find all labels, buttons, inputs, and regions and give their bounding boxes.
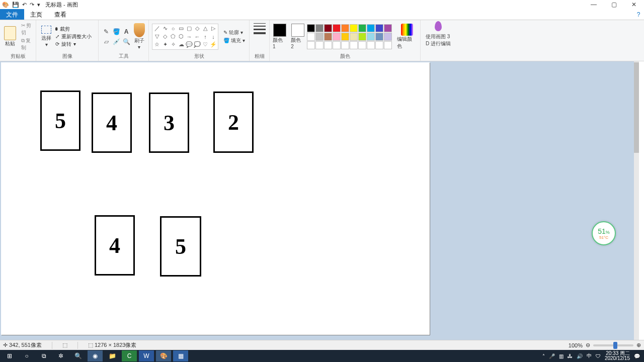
system-monitor-widget[interactable]: 51% 51°C — [592, 221, 616, 245]
maximize-button[interactable]: ▢ — [604, 0, 624, 9]
color-swatch[interactable] — [324, 33, 332, 41]
tab-view[interactable]: 查看 — [48, 9, 72, 20]
paint3d-icon — [435, 21, 442, 31]
color-swatch[interactable] — [333, 24, 341, 32]
color-swatch[interactable] — [307, 33, 315, 41]
color-swatch[interactable] — [384, 33, 392, 41]
shapes-gallery[interactable]: ／∿○▭▢◇△▷ ▽◇⬠⬡→←↑↓ ☆✦✧☁💬💭♡⚡ — [152, 24, 218, 50]
color-swatch[interactable] — [375, 33, 383, 41]
color-swatch[interactable] — [358, 24, 366, 32]
tray-chevron-icon[interactable]: ˄ — [542, 353, 545, 359]
start-button[interactable]: ⊞ — [2, 350, 17, 361]
app-pinwheel[interactable]: ✲ — [53, 350, 68, 361]
network-icon[interactable]: 🖧 — [568, 353, 573, 359]
zoom-in-button[interactable]: ⊕ — [636, 342, 641, 348]
help-button[interactable]: ? — [633, 9, 644, 20]
color-swatch[interactable] — [307, 24, 315, 32]
cortana-button[interactable]: ○ — [19, 350, 34, 361]
color-swatch[interactable] — [315, 33, 324, 41]
color2-button[interactable]: 颜色 2 — [291, 24, 305, 49]
app-chrome[interactable]: ◉ — [88, 350, 103, 361]
group-size: 粗细 — [250, 20, 270, 61]
volume-icon[interactable]: 🔊 — [577, 353, 583, 359]
color-swatch[interactable] — [367, 24, 375, 32]
color1-button[interactable]: 颜色 1 — [273, 24, 287, 49]
picker-tool[interactable]: 💉 — [112, 37, 121, 46]
paste-button[interactable]: 粘贴 — [3, 22, 17, 52]
size-button[interactable] — [254, 21, 266, 34]
group-label: 图像 — [36, 53, 98, 61]
cursor-position: ✛ 342, 551像素 — [3, 341, 42, 349]
notifications-icon[interactable]: 💬 — [634, 353, 640, 359]
paint3d-button[interactable]: 使用画图 3D 进行编辑 — [426, 33, 451, 47]
color-swatch[interactable] — [324, 41, 332, 49]
magnifier-tool[interactable]: 🔍 — [122, 37, 131, 46]
clock[interactable]: 20:33 周二 2020/12/15 — [605, 351, 630, 361]
rotate-button[interactable]: ⟳旋转 ▾ — [55, 41, 92, 48]
app-paint[interactable]: 🎨 — [156, 350, 171, 361]
color-swatch[interactable] — [350, 24, 358, 32]
zoom-out-button[interactable]: ⊖ — [586, 342, 590, 348]
app-explorer[interactable]: 📁 — [105, 350, 120, 361]
undo-icon[interactable]: ↶ — [22, 2, 27, 8]
color-swatch[interactable] — [341, 33, 349, 41]
text-tool[interactable]: A — [122, 27, 131, 36]
color-swatch[interactable] — [358, 41, 366, 49]
color-swatch[interactable] — [384, 24, 392, 32]
taskview-button[interactable]: ⧉ — [36, 350, 51, 361]
ime-indicator[interactable]: 中 — [587, 352, 592, 359]
crop-button[interactable]: ⧯裁剪 — [55, 26, 92, 33]
color-swatch[interactable] — [307, 41, 315, 49]
eraser-tool[interactable]: ▱ — [102, 37, 111, 46]
color-palette[interactable] — [307, 24, 392, 49]
color-swatch[interactable] — [333, 33, 341, 41]
color-swatch[interactable] — [333, 41, 341, 49]
card-2: 2 — [213, 92, 254, 153]
shape-fill-button[interactable]: 🪣 填充 ▾ — [223, 37, 245, 44]
redo-icon[interactable]: ↷ — [30, 2, 34, 8]
color-swatch[interactable] — [324, 24, 332, 32]
mic-icon[interactable]: 🎤 — [549, 353, 555, 359]
canvas[interactable]: 543245 — [1, 62, 430, 335]
color-swatch[interactable] — [315, 24, 324, 32]
color-swatch[interactable] — [341, 24, 349, 32]
color-swatch[interactable] — [367, 41, 375, 49]
color-swatch[interactable] — [358, 33, 366, 41]
security-icon[interactable]: 🛡 — [596, 353, 601, 359]
resize-button[interactable]: ⤢重新调整大小 — [55, 33, 92, 40]
color-swatch[interactable] — [350, 41, 358, 49]
minimize-button[interactable]: — — [584, 0, 604, 9]
qat-dropdown-icon[interactable]: ▾ — [37, 2, 40, 8]
vertical-scrollbar[interactable] — [634, 61, 639, 345]
battery-icon[interactable]: ▥ — [559, 353, 564, 359]
close-button[interactable]: ✕ — [624, 0, 644, 9]
fill-tool[interactable]: 🪣 — [112, 27, 121, 36]
app-word[interactable]: W — [139, 350, 154, 361]
scrollbar-thumb[interactable] — [634, 62, 639, 153]
color-swatch[interactable] — [375, 41, 383, 49]
color-swatch[interactable] — [384, 41, 392, 49]
tab-file[interactable]: 文件 — [0, 9, 24, 20]
copy-button[interactable]: ⧉ 复制 — [21, 37, 33, 51]
color-swatch[interactable] — [367, 33, 375, 41]
zoom-slider[interactable] — [593, 344, 633, 346]
card-5: 5 — [40, 90, 80, 151]
save-icon[interactable]: 💾 — [12, 2, 19, 8]
brushes-button[interactable]: 刷子 ▾ — [133, 23, 145, 50]
select-button[interactable]: 选择 ▾ — [39, 26, 53, 47]
edit-colors-button[interactable]: 编辑颜色 — [397, 24, 417, 50]
pencil-tool[interactable]: ✎ — [102, 27, 111, 36]
app-devtools[interactable]: ▦ — [173, 350, 188, 361]
color-swatch[interactable] — [341, 41, 349, 49]
color-swatch[interactable] — [375, 24, 383, 32]
shape-outline-button[interactable]: ✎ 轮廓 ▾ — [223, 29, 245, 36]
color-swatch[interactable] — [350, 33, 358, 41]
color-swatch[interactable] — [315, 41, 324, 49]
tools-grid: ✎ 🪣 A ▱ 💉 🔍 — [102, 27, 131, 46]
tab-home[interactable]: 主页 — [24, 9, 48, 20]
group-shapes: ／∿○▭▢◇△▷ ▽◇⬠⬡→←↑↓ ☆✦✧☁💬💭♡⚡ ✎ 轮廓 ▾ 🪣 填充 ▾… — [149, 20, 250, 61]
search-button[interactable]: 🔍 — [70, 350, 86, 361]
app-camtasia[interactable]: C — [122, 350, 137, 361]
cut-button[interactable]: ✂ 剪切 — [21, 22, 33, 36]
rainbow-icon — [401, 24, 413, 36]
